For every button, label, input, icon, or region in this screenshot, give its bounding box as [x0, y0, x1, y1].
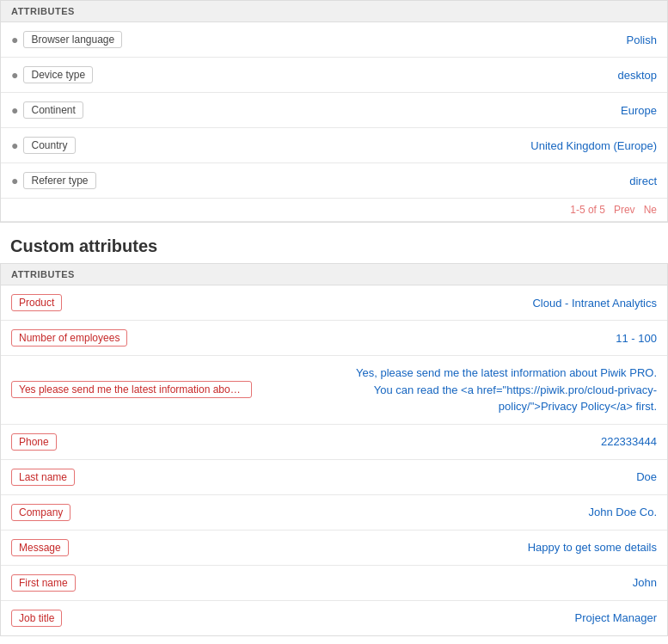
attr-left-job-title: Job title: [11, 610, 62, 627]
attr-left-continent: ● Continent: [11, 101, 83, 119]
attr-left-last-name: Last name: [11, 469, 75, 486]
custom-attributes-section: ATTRIBUTES Product Cloud - Intranet Anal…: [0, 263, 668, 636]
attr-left-first-name: First name: [11, 574, 76, 592]
tag-piwik-consent[interactable]: Yes please send me the latest informatio…: [11, 381, 252, 398]
tag-product[interactable]: Product: [11, 294, 62, 311]
attr-row-browser-language: ● Browser language Polish: [1, 22, 667, 58]
attr-row-device-type: ● Device type desktop: [1, 58, 667, 93]
attr-row-number-of-employees: Number of employees 11 - 100: [1, 321, 667, 356]
value-device-type: desktop: [617, 69, 657, 82]
tag-continent[interactable]: Continent: [23, 101, 83, 119]
attr-row-product: Product Cloud - Intranet Analytics: [1, 285, 667, 321]
person-icon-referer-type: ●: [11, 174, 18, 187]
attr-row-last-name: Last name Doe: [1, 460, 667, 495]
attr-left-referer-type: ● Referer type: [11, 172, 96, 189]
pagination-info: 1-5 of 5: [570, 204, 610, 216]
top-attributes-section: ATTRIBUTES ● Browser language Polish ● D…: [0, 0, 668, 223]
value-last-name: Doe: [636, 470, 657, 483]
tag-number-of-employees[interactable]: Number of employees: [11, 329, 127, 347]
person-icon-continent: ●: [11, 103, 18, 117]
tag-country[interactable]: Country: [23, 137, 75, 154]
person-icon-country: ●: [11, 138, 18, 152]
value-number-of-employees: 11 - 100: [616, 332, 657, 345]
custom-title-text: Custom attributes: [10, 236, 157, 255]
attr-left-browser-language: ● Browser language: [11, 31, 122, 48]
custom-attributes-title: Custom attributes: [0, 223, 668, 263]
tag-browser-language[interactable]: Browser language: [23, 31, 122, 48]
custom-attributes-header: ATTRIBUTES: [1, 264, 667, 285]
value-continent: Europe: [621, 104, 657, 117]
attr-row-continent: ● Continent Europe: [1, 93, 667, 128]
pagination-next[interactable]: Ne: [644, 204, 657, 216]
person-icon-device-type: ●: [11, 68, 18, 82]
attr-left-product: Product: [11, 294, 62, 311]
top-attributes-header: ATTRIBUTES: [1, 1, 667, 22]
attr-left-piwik-consent: Yes please send me the latest informatio…: [11, 381, 252, 398]
attr-row-country: ● Country United Kingdom (Europe): [1, 128, 667, 163]
value-piwik-consent: Yes, please send me the latest informati…: [356, 365, 657, 415]
attr-row-phone: Phone 222333444: [1, 425, 667, 460]
value-message: Happy to get some details: [528, 541, 657, 554]
pagination-sep: [638, 204, 640, 216]
tag-phone[interactable]: Phone: [11, 433, 57, 451]
attr-row-job-title: Job title Project Manager: [1, 601, 667, 635]
value-job-title: Project Manager: [575, 611, 657, 624]
attr-left-message: Message: [11, 539, 69, 556]
top-header-label: ATTRIBUTES: [11, 6, 75, 16]
tag-first-name[interactable]: First name: [11, 574, 76, 592]
tag-job-title[interactable]: Job title: [11, 610, 62, 627]
tag-referer-type[interactable]: Referer type: [23, 172, 95, 189]
value-product: Cloud - Intranet Analytics: [532, 297, 657, 310]
value-phone: 222333444: [601, 435, 657, 448]
attr-left-phone: Phone: [11, 433, 57, 451]
attr-left-device-type: ● Device type: [11, 66, 93, 83]
value-browser-language: Polish: [627, 34, 657, 46]
value-company: John Doe Co.: [589, 506, 658, 518]
tag-last-name[interactable]: Last name: [11, 469, 75, 486]
custom-header-label: ATTRIBUTES: [11, 269, 75, 279]
attr-row-message: Message Happy to get some details: [1, 531, 667, 566]
attr-left-number-of-employees: Number of employees: [11, 329, 127, 347]
tag-company[interactable]: Company: [11, 504, 70, 521]
value-referer-type: direct: [629, 175, 657, 187]
value-country: United Kingdom (Europe): [530, 139, 657, 152]
tag-message[interactable]: Message: [11, 539, 69, 556]
attr-row-referer-type: ● Referer type direct: [1, 163, 667, 199]
value-first-name: John: [633, 576, 657, 589]
attr-left-company: Company: [11, 504, 70, 521]
pagination-prev[interactable]: Prev: [614, 204, 635, 216]
attr-row-company: Company John Doe Co.: [1, 495, 667, 531]
person-icon-browser-language: ●: [11, 33, 18, 46]
attr-row-first-name: First name John: [1, 566, 667, 601]
attr-left-country: ● Country: [11, 137, 76, 154]
attr-row-piwik-consent: Yes please send me the latest informatio…: [1, 356, 667, 425]
pagination-top: 1-5 of 5 Prev Ne: [1, 199, 667, 222]
tag-device-type[interactable]: Device type: [23, 66, 93, 83]
